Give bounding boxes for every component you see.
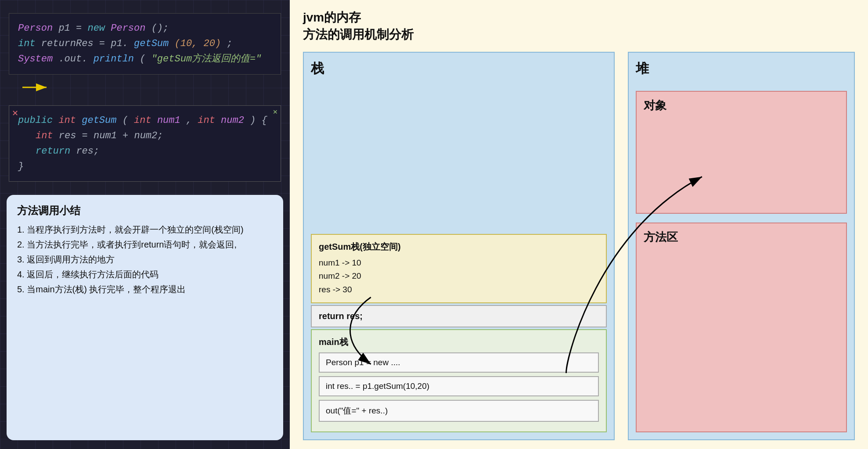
code-paren3: ( xyxy=(122,115,128,126)
code-text: p1 = xyxy=(58,23,87,34)
getsum-frame-title: getSum栈(独立空间) xyxy=(319,241,599,253)
code-block-top: Person p1 = new Person (); int returnRes… xyxy=(9,13,281,75)
main-var-out: out("值=" + res..) xyxy=(319,400,599,422)
kw-int2: int xyxy=(134,115,151,126)
code-params: (10, 20) xyxy=(174,38,221,49)
code-return: return res; xyxy=(18,144,272,159)
code-var: returnRes = p1. xyxy=(41,38,128,49)
code-res: res = num1 + num2; xyxy=(59,130,163,141)
getsum-frame: getSum栈(独立空间) num1 -> 10 num2 -> 20 res … xyxy=(311,234,607,303)
return-box: return res; xyxy=(311,305,607,327)
code-dot1: .out. xyxy=(58,54,87,65)
diagram-container: 栈 getSum栈(独立空间) num1 -> 10 num2 -> 20 re… xyxy=(303,52,855,440)
summary-point3: 3. 返回到调用方法的地方 xyxy=(17,252,273,267)
kw-num2: num2 xyxy=(221,115,244,126)
keyword-println: println xyxy=(94,54,134,65)
summary-point5: 5. 当main方法(栈) 执行完毕，整个程序退出 xyxy=(17,282,273,297)
code-comma: , xyxy=(186,115,198,126)
string-literal: "getSum方法返回的值=" xyxy=(151,54,262,65)
code-paren: (); xyxy=(151,23,169,34)
stack-inner: getSum栈(独立空间) num1 -> 10 num2 -> 20 res … xyxy=(311,82,607,432)
keyword-getsum: getSum xyxy=(134,38,169,49)
kw-public: public xyxy=(18,115,53,126)
object-box: 对象 xyxy=(636,91,847,214)
close-button[interactable]: ✕ xyxy=(12,108,18,118)
keyword-italic: Person xyxy=(18,23,53,34)
heap-label: 堆 xyxy=(636,60,847,78)
kw-return: return xyxy=(36,146,70,157)
title-line2: 方法的调用机制分析 xyxy=(303,26,855,43)
code-close-brace: } xyxy=(18,159,272,174)
summary-point2: 2. 当方法执行完毕，或者执行到return语句时，就会返回, xyxy=(17,237,273,252)
code-line-3: System .out. println ( "getSum方法返回的值=" xyxy=(18,51,272,67)
kw-int3: int xyxy=(198,115,215,126)
diagram-title: jvm的内存 方法的调用机制分析 xyxy=(303,9,855,43)
code-brace: ) { xyxy=(250,115,267,126)
summary-point1: 1. 当程序执行到方法时，就会开辟一个独立的空间(栈空间) xyxy=(17,222,273,237)
main-frame: main栈 Person p1 = new .... int res.. = p… xyxy=(311,329,607,432)
code-semi: ; xyxy=(227,38,232,49)
frame-var-res: res -> 30 xyxy=(319,283,599,296)
frame-var-num1: num1 -> 10 xyxy=(319,256,599,269)
kw-num1: num1 xyxy=(157,115,180,126)
title-line1: jvm的内存 xyxy=(303,9,855,26)
method-area-label: 方法区 xyxy=(644,230,839,245)
code-res2: res; xyxy=(76,146,99,157)
stack-section: 栈 getSum栈(独立空间) num1 -> 10 num2 -> 20 re… xyxy=(303,52,615,440)
return-text: return res; xyxy=(319,311,599,321)
code-block-bottom: ✕ ✕ public int getSum ( int num1 , int n… xyxy=(9,105,281,182)
code-rbrace: } xyxy=(18,161,24,172)
code-method-sig: public int getSum ( int num1 , int num2 … xyxy=(18,113,272,128)
object-label: 对象 xyxy=(644,98,839,113)
main-frame-title: main栈 xyxy=(319,336,599,348)
kw-int1: int xyxy=(58,115,76,126)
summary-point4: 4. 返回后，继续执行方法后面的代码 xyxy=(17,267,273,282)
keyword-system: System xyxy=(18,54,53,65)
kw-getsum2: getSum xyxy=(82,115,116,126)
left-panel: Person p1 = new Person (); int returnRes… xyxy=(0,0,290,449)
code-line-1: Person p1 = new Person (); xyxy=(18,21,272,36)
method-area-box: 方法区 xyxy=(636,223,847,432)
kw-int4: int xyxy=(36,130,53,141)
main-var-res: int res.. = p1.getSum(10,20) xyxy=(319,376,599,396)
code-res-assign: int res = num1 + num2; xyxy=(18,128,272,144)
summary-title: 方法调用小结 xyxy=(17,204,273,218)
yellow-arrow xyxy=(18,79,53,96)
right-panel: jvm的内存 方法的调用机制分析 栈 getSum栈(独立空间) num1 ->… xyxy=(290,0,868,449)
summary-box: 方法调用小结 1. 当程序执行到方法时，就会开辟一个独立的空间(栈空间) 2. … xyxy=(7,195,283,440)
frame-var-num2: num2 -> 20 xyxy=(319,269,599,283)
keyword-new: new xyxy=(87,23,105,34)
keyword-int: int xyxy=(18,38,36,49)
stack-label: 栈 xyxy=(311,60,607,78)
code-line-2: int returnRes = p1. getSum (10, 20) ; xyxy=(18,36,272,51)
heap-section: 堆 对象 方法区 xyxy=(628,52,855,440)
main-var-p1: Person p1 = new .... xyxy=(319,352,599,373)
corner-marker: ✕ xyxy=(273,108,278,115)
keyword-person2: Person xyxy=(111,23,145,34)
code-paren2: ( xyxy=(140,54,145,65)
